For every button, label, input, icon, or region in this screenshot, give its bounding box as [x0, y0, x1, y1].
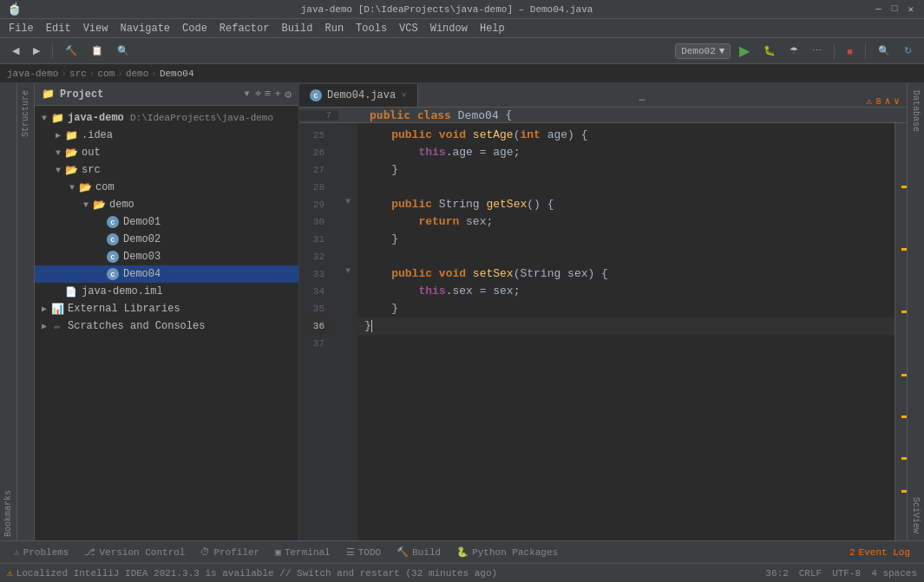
- tree-demo03[interactable]: C Demo03: [35, 248, 298, 265]
- menu-tools[interactable]: Tools: [351, 21, 392, 36]
- status-message[interactable]: Localized IntelliJ IDEA 2021.3.3 is avai…: [16, 568, 498, 579]
- tree-iml[interactable]: 📄 java-demo.iml: [35, 283, 298, 300]
- maximize-button[interactable]: □: [888, 3, 901, 15]
- build-icon: 🔨: [396, 546, 409, 558]
- tab-close-button[interactable]: ×: [401, 90, 407, 101]
- linenum-34: 34: [299, 283, 331, 300]
- main-content: Bookmarks Structure 📁 Project ▼ ⌖ ≡ + ⚙ …: [0, 83, 924, 540]
- todo-label: TODO: [358, 547, 381, 558]
- scratches-icon: ✏: [50, 320, 64, 333]
- idea-expand-arrow: ▶: [52, 130, 64, 141]
- breadcrumb-src[interactable]: src: [69, 69, 87, 79]
- find-button[interactable]: 🔍: [873, 42, 895, 61]
- tree-scratches[interactable]: ▶ ✏ Scratches and Consoles: [35, 317, 298, 335]
- breadcrumb-demo[interactable]: demo: [126, 69, 148, 79]
- run-with-coverage[interactable]: ☂: [784, 42, 803, 61]
- build-tab[interactable]: 🔨 Build: [390, 545, 448, 559]
- demo04-tab[interactable]: C Demo04.java ×: [299, 84, 418, 107]
- demo04-java-icon: C: [106, 268, 120, 280]
- menu-refactor[interactable]: Refactor: [214, 21, 275, 36]
- com-expand-arrow: ▼: [66, 183, 78, 193]
- window-title: java-demo [D:\IdeaProjects\java-demo] – …: [22, 4, 872, 15]
- sciview-tab[interactable]: SciView: [909, 494, 922, 537]
- code-area[interactable]: public void setAge(int age) { this.age =…: [357, 123, 895, 540]
- breadcrumb-project[interactable]: java-demo: [7, 69, 58, 79]
- problems-tab[interactable]: ⚠ Problems: [7, 545, 75, 559]
- python-icon: 🐍: [456, 546, 469, 558]
- scroll-mark-2: [901, 248, 907, 251]
- recent-files-button[interactable]: 📋: [86, 42, 108, 61]
- gutter-25: [338, 123, 357, 141]
- menu-run[interactable]: Run: [319, 21, 349, 36]
- stop-button[interactable]: ■: [842, 42, 858, 61]
- gutter-34: [338, 279, 357, 297]
- forward-button[interactable]: ▶: [28, 42, 45, 61]
- search-everywhere-button[interactable]: 🔍: [112, 42, 134, 61]
- settings-icon[interactable]: ⚙: [285, 88, 292, 101]
- new-file-icon[interactable]: +: [274, 88, 281, 101]
- toolbar-separator-3: [865, 43, 866, 59]
- menu-navigate[interactable]: Navigate: [115, 21, 175, 36]
- menu-view[interactable]: View: [78, 21, 114, 36]
- gutter: ▼ ▼: [338, 123, 357, 540]
- project-dropdown-arrow[interactable]: ▼: [245, 89, 250, 99]
- todo-tab[interactable]: ☰ TODO: [339, 545, 388, 559]
- run-config-dropdown-icon: ▼: [719, 46, 725, 56]
- event-log-tab[interactable]: 2 Event Log: [842, 546, 917, 559]
- tree-demo01[interactable]: C Demo01: [35, 213, 298, 231]
- tree-out[interactable]: ▼ 📂 out: [35, 144, 298, 161]
- update-button[interactable]: ↻: [899, 42, 917, 61]
- indent[interactable]: 4 spaces: [871, 568, 917, 579]
- gutter-37: [338, 331, 357, 349]
- minimize-button[interactable]: —: [872, 3, 885, 15]
- tree-com[interactable]: ▼ 📂 com: [35, 179, 298, 196]
- menu-code[interactable]: Code: [177, 21, 213, 36]
- todo-icon: ☰: [346, 546, 355, 558]
- editor-scrollbar[interactable]: [895, 123, 907, 540]
- run-button[interactable]: ▶: [734, 42, 755, 61]
- database-tab[interactable]: Database: [909, 87, 922, 135]
- back-button[interactable]: ◀: [7, 42, 24, 61]
- more-run-options[interactable]: ⋯: [807, 42, 827, 61]
- menu-vcs[interactable]: VCS: [394, 21, 423, 36]
- tree-idea[interactable]: ▶ 📁 .idea: [35, 127, 298, 144]
- tree-src[interactable]: ▼ 📂 src: [35, 161, 298, 179]
- root-folder-icon: 📁: [50, 112, 64, 125]
- breadcrumb-com[interactable]: com: [97, 69, 115, 79]
- gutter-26: [338, 141, 357, 158]
- linenum-30: 30: [299, 213, 331, 231]
- collapse-all-icon[interactable]: ≡: [265, 88, 272, 101]
- right-side-tabs: Database SciView: [907, 83, 924, 540]
- build-button[interactable]: 🔨: [60, 42, 82, 61]
- menu-help[interactable]: Help: [475, 21, 510, 36]
- tree-demo04[interactable]: C Demo04: [35, 265, 298, 283]
- encoding[interactable]: UTF-8: [832, 568, 861, 579]
- menu-build[interactable]: Build: [276, 21, 318, 36]
- tree-root[interactable]: ▼ 📁 java-demo D:\IdeaProjects\java-demo: [35, 109, 298, 127]
- tab-options-icon[interactable]: ⋯: [639, 94, 645, 107]
- header-class-kw: class: [417, 108, 458, 121]
- tree-demo[interactable]: ▼ 📂 demo: [35, 196, 298, 213]
- structure-tab[interactable]: Structure: [19, 87, 32, 141]
- menu-edit[interactable]: Edit: [41, 21, 76, 36]
- menu-file[interactable]: File: [3, 21, 39, 36]
- terminal-tab[interactable]: ▣ Terminal: [268, 545, 337, 559]
- line-ending[interactable]: CRLF: [799, 568, 822, 579]
- version-control-tab[interactable]: ⎇ Version Control: [77, 545, 192, 559]
- scratches-name: Scratches and Consoles: [68, 320, 205, 332]
- run-configuration[interactable]: Demo02 ▼: [675, 43, 731, 59]
- menu-window[interactable]: Window: [425, 21, 473, 36]
- close-button[interactable]: ✕: [904, 3, 917, 15]
- bookmarks-label[interactable]: Bookmarks: [3, 490, 13, 537]
- scroll-to-source-icon[interactable]: ⌖: [255, 88, 261, 101]
- tree-demo02[interactable]: C Demo02: [35, 231, 298, 248]
- debug-button[interactable]: 🐛: [758, 42, 781, 61]
- python-packages-tab[interactable]: 🐍 Python Packages: [449, 545, 565, 559]
- main-toolbar: ◀ ▶ 🔨 📋 🔍 Demo02 ▼ ▶ 🐛 ☂ ⋯ ■ 🔍 ↻: [0, 38, 924, 64]
- profiler-tab[interactable]: ⏱ Profiler: [193, 545, 266, 559]
- tree-view: ▼ 📁 java-demo D:\IdeaProjects\java-demo …: [35, 106, 298, 540]
- tree-external-libraries[interactable]: ▶ 📊 External Libraries: [35, 300, 298, 317]
- cursor-position[interactable]: 36:2: [765, 568, 788, 579]
- warnings-badge[interactable]: ⚠ 8 ∧ ∨: [867, 95, 900, 107]
- app-icon: 🍵: [7, 2, 22, 16]
